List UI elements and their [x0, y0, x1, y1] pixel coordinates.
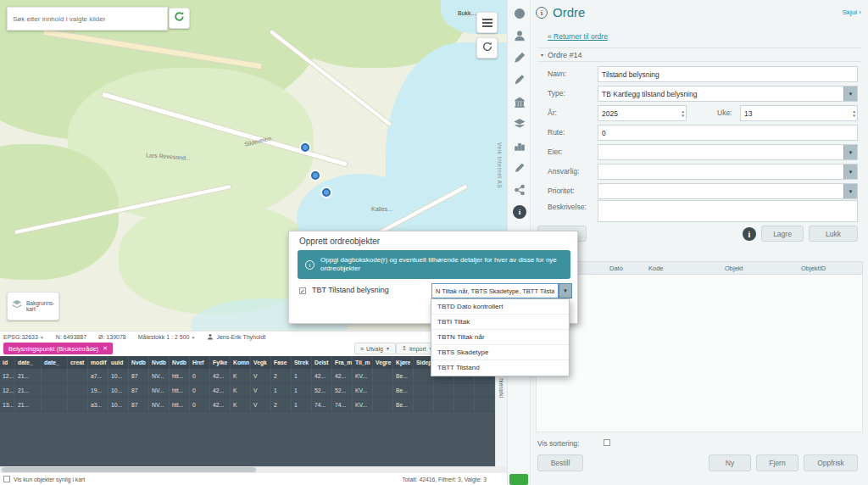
- ny-button[interactable]: Ny: [709, 454, 751, 471]
- caret-down-icon[interactable]: ▼: [843, 144, 857, 160]
- dropdown-option[interactable]: TBTN Tiltak når: [431, 330, 569, 345]
- column-header[interactable]: Vegre: [373, 356, 393, 369]
- column-header[interactable]: Til_m: [353, 356, 373, 369]
- combo-dropdown-button[interactable]: ▼: [559, 283, 572, 298]
- utvalg-button[interactable]: ≡ Utvalg ▼: [354, 343, 396, 354]
- layer-table-header: iddate_date_creatmodifuuidNvdbNvdbNvdbHr…: [0, 356, 495, 369]
- table-row[interactable]: 12...21...19...10...87NV...htt...042...K…: [0, 383, 495, 398]
- column-header[interactable]: uuid: [108, 356, 129, 369]
- visible-only-checkbox[interactable]: [3, 476, 10, 482]
- epsg-selector[interactable]: EPSG:32633▼: [3, 334, 44, 340]
- column-header[interactable]: date_: [15, 356, 42, 369]
- info-filled-icon[interactable]: i: [513, 205, 526, 219]
- caret-down-icon[interactable]: ▼: [843, 183, 857, 199]
- table-cell: K: [231, 398, 251, 411]
- info-filled-icon[interactable]: i: [743, 227, 756, 241]
- scrollbar-thumb[interactable]: [2, 467, 256, 472]
- scale-selector[interactable]: Målestokk 1 : 2 500▼: [138, 334, 196, 340]
- active-layer-tag[interactable]: Belysningspunkt (Bruksområde) ✕: [3, 343, 113, 354]
- column-header[interactable]: creat: [68, 356, 88, 369]
- table-cell: [475, 383, 495, 397]
- column-header[interactable]: Nvdb: [170, 356, 190, 369]
- tbt-checkbox[interactable]: ✓: [299, 287, 306, 294]
- grid-column-header[interactable]: Objekt: [725, 262, 743, 275]
- map-point-marker[interactable]: [322, 188, 331, 197]
- map-refresh-button[interactable]: [476, 37, 498, 59]
- background-map-button[interactable]: Bakgrunns-kart: [7, 292, 59, 321]
- column-header[interactable]: Nvdb: [129, 356, 149, 369]
- column-header[interactable]: id: [0, 356, 15, 369]
- table-cell: 12...: [0, 369, 15, 382]
- dropdown-option[interactable]: TBTD Dato kontrollert: [431, 299, 569, 315]
- oppfrisk-button[interactable]: Oppfrisk: [804, 454, 858, 471]
- column-header[interactable]: Href: [190, 356, 210, 369]
- spinner-arrows[interactable]: ▲▼: [682, 109, 685, 118]
- dropdown-option[interactable]: TBTT Tilstand: [431, 360, 569, 376]
- type-select[interactable]: TB Kartlegg tilstand belysning ▼: [598, 86, 858, 102]
- info-icon[interactable]: [513, 7, 526, 20]
- navn-field[interactable]: [598, 66, 858, 82]
- grid-column-header[interactable]: Dato: [609, 262, 623, 275]
- column-header[interactable]: Fra_m: [332, 356, 353, 369]
- ordre-grid-body[interactable]: [536, 275, 863, 432]
- caret-down-icon: ▼: [386, 346, 390, 351]
- column-header[interactable]: Delst: [312, 356, 332, 369]
- vis-sortering-checkbox[interactable]: [604, 439, 610, 446]
- hide-panel-link[interactable]: Skjul ›: [843, 8, 861, 16]
- table-cell: 1: [292, 383, 312, 397]
- eier-select[interactable]: ▼: [598, 144, 858, 160]
- dropdown-option[interactable]: TBTI Tiltak: [431, 315, 569, 330]
- column-header[interactable]: Kjøre: [393, 356, 414, 369]
- return-to-orders-link[interactable]: « Returner til ordre: [548, 32, 608, 41]
- ansvarlig-select[interactable]: ▼: [598, 164, 858, 180]
- map-point-marker[interactable]: [301, 143, 309, 152]
- chart-icon[interactable]: [513, 139, 526, 153]
- column-header[interactable]: modif: [88, 356, 108, 369]
- caret-down-icon[interactable]: ▼: [843, 164, 857, 180]
- column-header[interactable]: Komn: [231, 356, 251, 369]
- locate-button[interactable]: [169, 8, 190, 29]
- rute-field[interactable]: [598, 125, 858, 141]
- table-cell: 52...: [332, 383, 353, 397]
- order-section-header[interactable]: ▾ Ordre #14: [537, 47, 861, 62]
- dagbokskode-combo-input[interactable]: [431, 283, 559, 298]
- grid-column-header[interactable]: Kode: [648, 262, 664, 275]
- user-icon[interactable]: [513, 29, 526, 42]
- aar-stepper[interactable]: 2025 ▲▼: [598, 105, 687, 121]
- close-icon[interactable]: ✕: [103, 345, 108, 352]
- lukk-button[interactable]: Lukk: [809, 226, 858, 242]
- map-menu-button[interactable]: [476, 12, 498, 33]
- layers-icon[interactable]: [513, 117, 526, 131]
- beskrivelse-field[interactable]: [598, 200, 858, 222]
- uke-stepper[interactable]: 13 ▲▼: [740, 105, 858, 121]
- share-icon[interactable]: [513, 183, 526, 197]
- column-header[interactable]: Nvdb: [149, 356, 170, 369]
- bestill-button[interactable]: Bestill: [537, 454, 583, 471]
- brush-icon[interactable]: [513, 73, 526, 86]
- column-header[interactable]: Strek: [292, 356, 312, 369]
- table-cell: 10...: [108, 398, 129, 411]
- fjern-button[interactable]: Fjern: [756, 454, 798, 471]
- table-cell: KV...: [353, 398, 373, 411]
- search-input[interactable]: [8, 15, 167, 23]
- caret-down-icon[interactable]: ▼: [843, 86, 857, 102]
- table-cell: 42...: [332, 369, 353, 382]
- dropdown-option[interactable]: TBTS Skadetype: [431, 345, 569, 360]
- column-header[interactable]: Vegk: [251, 356, 271, 369]
- lagre-button[interactable]: Lagre: [761, 226, 804, 242]
- column-header[interactable]: Fylke: [210, 356, 231, 369]
- table-row[interactable]: 12...21...a7...10...87NV...htt...042...K…: [0, 369, 495, 383]
- horizontal-scrollbar[interactable]: [0, 466, 507, 473]
- status-green-button[interactable]: [509, 474, 528, 485]
- column-header[interactable]: date_: [42, 356, 68, 369]
- table-row[interactable]: 13...21...a3...10...87NV...htt...042...K…: [0, 398, 495, 412]
- grid-column-header[interactable]: ObjektID: [801, 262, 826, 275]
- column-header[interactable]: Fase: [271, 356, 292, 369]
- map-point-marker[interactable]: [311, 171, 320, 180]
- building-icon[interactable]: [513, 95, 526, 109]
- pencil-icon[interactable]: [513, 161, 526, 175]
- edit-icon[interactable]: [513, 51, 526, 64]
- prioritet-label: Prioritet:: [548, 187, 575, 195]
- spinner-arrows[interactable]: ▲▼: [853, 109, 856, 118]
- prioritet-select[interactable]: ▼: [598, 183, 858, 199]
